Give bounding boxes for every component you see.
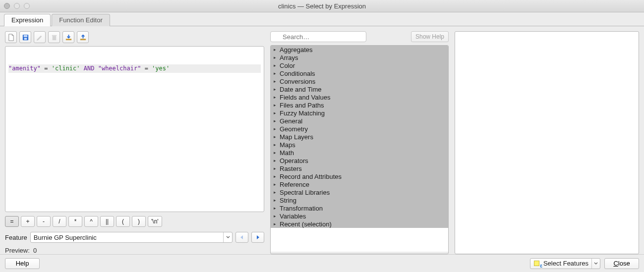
help-panel [455,31,639,254]
op-plus[interactable]: + [21,216,35,227]
op-pow[interactable]: ^ [84,216,98,227]
search-row: Show Help [270,31,449,42]
expand-triangle-icon: ▸ [273,95,277,100]
tree-item[interactable]: ▸Conditionals [271,69,448,77]
show-help-button[interactable]: Show Help [411,31,449,42]
expand-triangle-icon: ▸ [273,110,277,115]
token-field: "amenity" [8,65,41,72]
search-input[interactable] [270,31,366,42]
op-div[interactable]: / [53,216,66,227]
expand-triangle-icon: ▸ [273,198,277,203]
expand-triangle-icon: ▸ [273,126,277,131]
tree-item[interactable]: ▸Aggregates [271,46,448,54]
export-expression-button[interactable] [77,31,89,43]
expression-input[interactable]: "amenity" = 'clinic' AND "wheelchair" = … [5,46,264,212]
expand-triangle-icon: ▸ [273,63,277,68]
tree-item-label: Reference [280,181,309,188]
tab-label: Expression [11,16,43,24]
expand-triangle-icon: ▸ [273,221,277,226]
save-expression-button[interactable] [19,31,31,43]
tab-function-editor[interactable]: Function Editor [52,14,110,26]
tree-item[interactable]: ▸Reference [271,180,448,188]
chevron-down-icon[interactable] [592,262,600,266]
tab-expression[interactable]: Expression [4,14,51,26]
tree-item-label: Arrays [280,54,298,61]
op-concat[interactable]: || [100,216,114,227]
op-minus[interactable]: - [37,216,51,227]
tree-item[interactable]: ▸Recent (selection) [271,220,448,228]
svg-rect-5 [65,39,71,40]
select-features-button[interactable]: ε Select Features [530,258,600,269]
help-button[interactable]: Help [5,258,40,269]
tree-item-label: Recent (selection) [280,220,332,228]
search-wrap [270,31,408,42]
tree-item[interactable]: ▸Record and Attributes [271,172,448,180]
svg-rect-1 [23,35,27,37]
expand-triangle-icon: ▸ [273,206,277,211]
prev-feature-button[interactable] [235,232,248,243]
function-tree[interactable]: ▸Aggregates▸Arrays▸Color▸Conditionals▸Co… [270,45,449,254]
expand-triangle-icon: ▸ [273,142,277,147]
feature-label: Feature [5,234,27,241]
content-area: "amenity" = 'clinic' AND "wheelchair" = … [0,26,644,254]
tree-item[interactable]: ▸Fields and Values [271,93,448,101]
tree-item-label: Variables [280,213,306,220]
tree-item[interactable]: ▸Transformation [271,204,448,212]
tree-item[interactable]: ▸Variables [271,212,448,220]
op-newline[interactable]: '\n' [148,216,162,227]
tree-item[interactable]: ▸General [271,117,448,125]
tree-item-label: Conversions [280,78,315,85]
tree-item-label: Conditionals [280,70,315,77]
tree-item-label: Map Layers [280,133,313,141]
token-string: 'yes' [152,65,170,72]
expand-triangle-icon: ▸ [273,166,277,171]
tree-item-label: Color [280,62,295,69]
import-expression-button[interactable] [62,31,74,43]
tree-item[interactable]: ▸String [271,196,448,204]
expression-line: "amenity" = 'clinic' AND "wheelchair" = … [8,64,261,72]
feature-combo[interactable]: Burnie GP Superclinic [30,232,233,243]
svg-rect-6 [80,39,85,40]
close-button[interactable]: Close [604,258,639,269]
tree-item-label: Math [280,149,294,157]
op-mult[interactable]: * [68,216,82,227]
next-feature-button[interactable] [251,232,264,243]
op-rparen[interactable]: ) [132,216,146,227]
op-equals[interactable]: = [5,216,19,227]
tree-item[interactable]: ▸Spectral Libraries [271,188,448,196]
delete-expression-button [48,31,60,43]
tree-item[interactable]: ▸Date and Time [271,85,448,93]
tree-item-label: Record and Attributes [280,173,342,180]
tree-item[interactable]: ▸Maps [271,141,448,149]
tree-item-label: Geometry [280,125,308,133]
tab-label: Function Editor [59,16,102,24]
tree-item[interactable]: ▸Fuzzy Matching [271,109,448,117]
tree-item-label: Spectral Libraries [280,189,330,196]
chevron-right-icon [255,235,260,240]
svg-rect-4 [52,35,56,36]
tree-item[interactable]: ▸Math [271,149,448,157]
tree-item[interactable]: ▸Map Layers [271,133,448,141]
tree-item-label: Fields and Values [280,94,330,101]
tree-item[interactable]: ▸Conversions [271,77,448,85]
op-lparen[interactable]: ( [116,216,130,227]
tree-item[interactable]: ▸Operators [271,157,448,164]
expand-triangle-icon: ▸ [273,214,277,218]
preview-row: Preview: 0 [5,247,264,254]
chevron-left-icon [239,235,244,240]
tree-item-label: Fuzzy Matching [280,109,325,117]
tree-item[interactable]: ▸Files and Paths [271,101,448,109]
tree-item[interactable]: ▸Arrays [271,54,448,61]
tree-item[interactable]: ▸Rasters [271,164,448,172]
expand-triangle-icon: ▸ [273,182,277,187]
expression-column: "amenity" = 'clinic' AND "wheelchair" = … [5,31,264,254]
tree-item[interactable]: ▸Geometry [271,125,448,133]
expression-toolbar [5,31,264,43]
expand-triangle-icon: ▸ [273,118,277,123]
tree-item[interactable]: ▸Color [271,61,448,69]
expand-triangle-icon: ▸ [273,47,277,52]
new-file-icon [7,34,15,41]
save-icon [22,34,29,41]
token-operator: = [145,65,148,72]
new-expression-button[interactable] [5,31,17,43]
